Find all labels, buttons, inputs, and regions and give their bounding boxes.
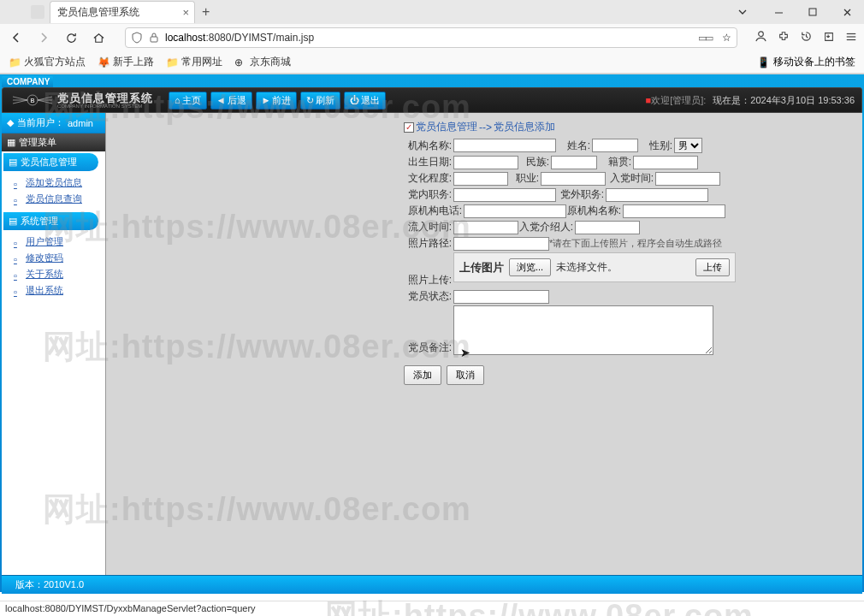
mobile-bookmarks[interactable]: 📱移动设备上的书签: [757, 55, 855, 69]
input-job[interactable]: [541, 172, 606, 186]
label-name: 姓名:: [556, 139, 590, 153]
close-window-button[interactable]: [830, 0, 864, 24]
nav-back-button[interactable]: ◄后退: [210, 92, 252, 110]
svg-rect-1: [809, 9, 816, 15]
bookmark-item[interactable]: ⊕京东商城: [234, 55, 291, 69]
reader-icon[interactable]: ▭▭: [698, 33, 712, 44]
label-remark: 党员备注:: [404, 341, 452, 355]
label-edu: 文化程度:: [404, 171, 452, 186]
page-icon: ▫: [14, 179, 22, 187]
input-dangwai[interactable]: [606, 188, 708, 202]
input-liuru[interactable]: [453, 221, 518, 234]
svg-point-5: [759, 32, 764, 37]
sidebar-item-query-member[interactable]: ▫党员信息查询: [10, 191, 105, 207]
input-nation[interactable]: [551, 156, 597, 169]
label-dangwai: 党外职务:: [556, 187, 604, 202]
logo-subtitle: COMPANY INFORMATION SYSTEM: [57, 104, 153, 109]
bookmark-star-icon[interactable]: ☆: [722, 32, 731, 44]
upload-button[interactable]: 上传: [695, 258, 730, 276]
nav-exit-button[interactable]: ⏻退出: [344, 92, 386, 110]
nav-refresh-button[interactable]: ↻刷新: [300, 92, 340, 110]
maximize-button[interactable]: [796, 0, 830, 24]
label-birth: 出生日期:: [404, 155, 452, 169]
input-dangnei[interactable]: [453, 188, 556, 202]
page-icon: ▫: [14, 254, 22, 263]
sidebar-cat-member[interactable]: ▤党员信息管理: [3, 153, 98, 171]
close-icon[interactable]: ×: [182, 6, 189, 19]
sidebar-cat-system[interactable]: ▤系统管理: [3, 212, 98, 230]
browse-button[interactable]: 浏览...: [509, 258, 551, 276]
new-tab-button[interactable]: +: [202, 4, 210, 20]
svg-rect-4: [151, 37, 157, 42]
reload-button[interactable]: [62, 28, 80, 47]
input-orgname2[interactable]: [623, 204, 725, 218]
folder-icon: 📁: [166, 56, 178, 68]
menu-title: ▦管理菜单: [2, 133, 105, 151]
shield-icon: [131, 32, 143, 44]
input-orgphone[interactable]: [464, 204, 566, 218]
bookmark-item[interactable]: 📁常用网址: [166, 55, 222, 69]
header-right: ■欢迎[管理员]: 现在是：2024年3月10日 19:53:36: [645, 94, 861, 107]
sidebar-item-about[interactable]: ▫关于系统: [10, 266, 105, 282]
sidebar-item-logout[interactable]: ▫退出系统: [10, 282, 105, 299]
app-window-icon: [31, 5, 44, 19]
logo: B 党员信息管理系统 COMPANY INFORMATION SYSTEM: [3, 91, 162, 110]
chevron-down-icon[interactable]: [725, 0, 760, 24]
bookmark-row: 📁火狐官方站点 🦊新手上路 📁常用网址 ⊕京东商城 📱移动设备上的书签: [0, 51, 864, 74]
nav-home-button[interactable]: ⌂主页: [169, 92, 207, 110]
tab-title: 党员信息管理系统: [57, 5, 139, 20]
sidebar-item-password[interactable]: ▫修改密码: [10, 250, 105, 266]
input-name[interactable]: [592, 139, 638, 152]
breadcrumb: ✓ 党员信息管理-->党员信息添加: [404, 120, 855, 134]
bookmark-item[interactable]: 📁火狐官方站点: [9, 55, 86, 69]
history-icon[interactable]: [800, 30, 813, 45]
downloads-icon[interactable]: [823, 31, 835, 45]
label-jiguan: 籍贯:: [597, 155, 631, 169]
logo-title: 党员信息管理系统: [57, 92, 153, 104]
forward-button: [34, 28, 53, 47]
cancel-button[interactable]: 取消: [447, 365, 484, 385]
input-status[interactable]: [453, 290, 549, 304]
menu-icon[interactable]: [845, 31, 857, 45]
extensions-icon[interactable]: [778, 31, 790, 45]
company-tag: COMPANY: [2, 76, 53, 87]
input-photopath[interactable]: [453, 237, 549, 251]
textarea-remark[interactable]: [453, 305, 713, 355]
input-org-name[interactable]: [453, 139, 556, 152]
app-footer: 版本：2010V1.0: [2, 575, 862, 594]
label-dangnei: 党内职务:: [404, 187, 452, 202]
sidebar-item-users[interactable]: ▫用户管理: [10, 234, 105, 250]
status-bar: localhost:8080/DYIMST/DyxxbManageServlet…: [0, 601, 864, 616]
minimize-button[interactable]: [761, 0, 796, 24]
nav-forward-button[interactable]: ►前进: [256, 92, 298, 110]
input-join[interactable]: [655, 172, 720, 186]
label-jieshaoren: 入党介绍人:: [518, 220, 573, 234]
input-jiguan[interactable]: [633, 156, 698, 169]
label-join: 入党时间:: [606, 171, 654, 186]
input-edu[interactable]: [453, 172, 508, 186]
add-button[interactable]: 添加: [404, 365, 441, 385]
app-header: B 党员信息管理系统 COMPANY INFORMATION SYSTEM ⌂主…: [2, 87, 862, 113]
svg-text:B: B: [30, 98, 34, 104]
mobile-icon: 📱: [757, 56, 770, 68]
browser-tab[interactable]: 党员信息管理系统 ×: [50, 1, 195, 23]
label-org-name: 机构名称:: [404, 139, 452, 153]
list-icon: ▤: [9, 216, 17, 227]
page-icon: ▫: [14, 287, 22, 295]
list-icon: ▤: [9, 157, 17, 168]
account-icon[interactable]: [755, 30, 767, 45]
top-nav: ⌂主页 ◄后退 ►前进 ↻刷新 ⏻退出: [169, 92, 386, 110]
app-shell: COMPANY B 党员信息管理系统 COMPANY INFORMATION S…: [0, 74, 864, 592]
upload-box: 上传图片 浏览... 未选择文件。 上传: [453, 252, 736, 282]
globe-icon: ⊕: [234, 56, 246, 68]
sidebar-item-add-member[interactable]: ▫添加党员信息: [10, 175, 105, 191]
home-button[interactable]: [89, 28, 108, 47]
main-content: ✓ 党员信息管理-->党员信息添加 机构名称: 姓名: 性别: 男 出生日期: …: [106, 113, 862, 575]
select-gender[interactable]: 男: [674, 138, 702, 153]
address-bar[interactable]: localhost:8080/DYIMST/main.jsp ▭▭ ☆: [125, 27, 737, 48]
input-jieshaoren[interactable]: [575, 221, 640, 234]
bookmark-item[interactable]: 🦊新手上路: [98, 55, 154, 69]
back-button[interactable]: [7, 28, 26, 47]
photo-hint: *请在下面上传照片，程序会自动生成路径: [549, 237, 722, 250]
input-birth[interactable]: [453, 156, 518, 169]
